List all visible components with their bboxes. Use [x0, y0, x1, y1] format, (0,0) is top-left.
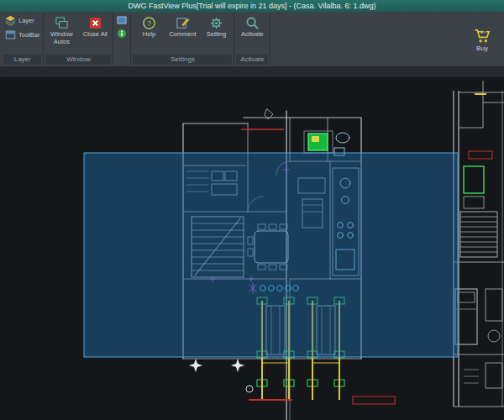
info-icon	[117, 29, 127, 39]
comment-button[interactable]: Comment	[166, 14, 198, 40]
toolbar-button[interactable]: ToolBar	[3, 29, 41, 41]
cad-drawing	[0, 77, 504, 420]
group-label-window: Window	[45, 55, 111, 65]
layer-button[interactable]: Layer	[3, 14, 41, 27]
activate-button[interactable]: Activate	[236, 14, 268, 40]
setting-button[interactable]: Setting	[200, 14, 232, 40]
ribbon-group-window: Window Autos Close All Window	[44, 13, 113, 66]
drawing-canvas[interactable]	[0, 77, 504, 420]
help-label: Help	[143, 31, 155, 39]
activate-icon	[245, 16, 260, 30]
app-window: DWG FastView Plus[Trial will expire in 2…	[0, 0, 504, 420]
window-autos-label: Window Autos	[46, 31, 76, 45]
buy-label: Buy	[476, 45, 488, 52]
activate-label: Activate	[241, 31, 264, 39]
close-all-icon	[88, 16, 102, 30]
window-title: DWG FastView Plus[Trial will expire in 2…	[129, 2, 376, 10]
highlighted-entity	[304, 131, 333, 153]
ribbon-group-activate: Activate Activate	[234, 13, 270, 66]
close-all-label: Close All	[83, 31, 108, 39]
window-autos-icon	[55, 16, 69, 30]
comment-label: Comment	[169, 31, 197, 39]
floor-plan-right	[454, 81, 504, 407]
help-icon: ?	[142, 16, 156, 30]
ribbon-spacer	[270, 13, 464, 66]
buy-cart-icon	[473, 28, 491, 44]
info-button[interactable]	[115, 28, 129, 39]
svg-text:?: ?	[147, 19, 151, 28]
window-autos-button[interactable]: Window Autos	[45, 14, 77, 47]
setting-label: Setting	[207, 31, 226, 39]
setting-icon	[209, 16, 223, 30]
ribbon-group-utilities: .	[113, 13, 131, 66]
group-label-settings: Settings	[133, 55, 232, 65]
group-label-layer: Layer	[3, 55, 41, 65]
mini-window-button[interactable]	[115, 14, 129, 26]
close-all-button[interactable]: Close All	[79, 14, 111, 40]
bathroom-fixtures	[334, 133, 349, 155]
ribbon-group-settings: ? Help Comment Setting Settings	[131, 13, 234, 66]
layer-icon	[5, 15, 16, 26]
toolbar-button-label: ToolBar	[18, 31, 39, 39]
help-button[interactable]: ? Help	[133, 14, 165, 40]
buy-button[interactable]: Buy	[464, 13, 501, 66]
group-label-activate: Activate	[236, 55, 268, 65]
layer-button-label: Layer	[18, 17, 34, 24]
star-symbols	[189, 359, 244, 372]
selection-box	[84, 153, 458, 357]
comment-icon	[176, 16, 190, 30]
title-bar: DWG FastView Plus[Trial will expire in 2…	[0, 0, 504, 12]
ribbon-group-layer: Layer ToolBar Layer	[2, 13, 44, 66]
canvas-top-strip	[0, 67, 504, 77]
stairs-right	[460, 212, 497, 257]
toolbar-icon	[5, 29, 16, 40]
survey-point	[246, 386, 253, 392]
mini-window-icon	[117, 15, 127, 25]
ribbon-toolbar: Layer ToolBar Layer	[0, 12, 504, 67]
green-fixture	[464, 166, 484, 193]
red-markers	[249, 396, 395, 404]
